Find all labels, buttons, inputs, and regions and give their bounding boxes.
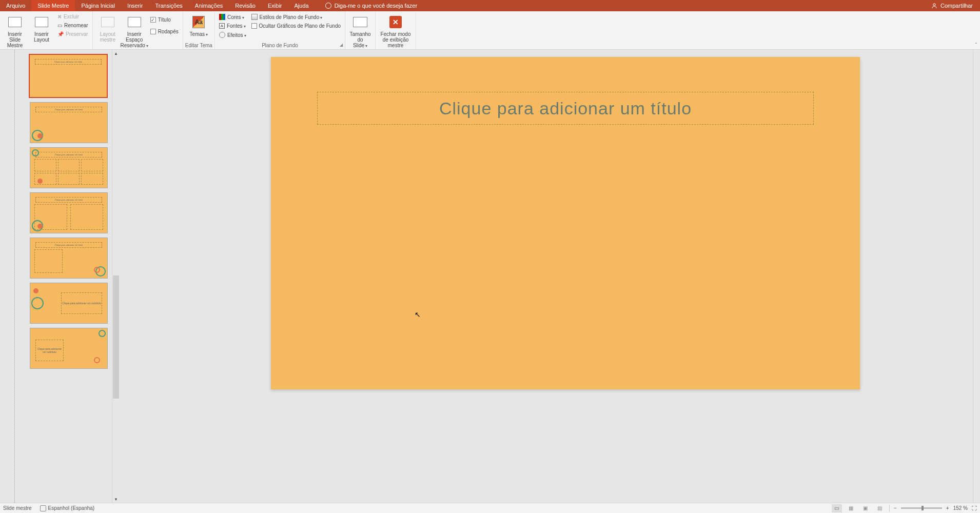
slide-master-canvas[interactable]: Clique para adicionar um título <box>271 57 860 389</box>
collapse-ribbon-button[interactable]: ˆ <box>975 43 977 48</box>
preservar-button: 📌 Preservar <box>55 30 90 38</box>
layout-mestre-label: Layout mestre <box>97 31 119 43</box>
slide-master-icon <box>8 17 22 27</box>
main-area: Clique para adicionar um título Clique p… <box>0 50 980 503</box>
tab-transicoes[interactable]: Transições <box>149 0 188 11</box>
tell-me-search[interactable]: Diga-me o que você deseja fazer <box>325 3 417 9</box>
temas-button[interactable]: Aa Temas <box>186 13 211 38</box>
thumbnail-hierarchy-line <box>4 50 25 503</box>
plano-fundo-dialog-launcher[interactable]: ◢ <box>340 43 343 47</box>
preserve-icon: 📌 <box>57 31 64 37</box>
layout-thumbnail-5[interactable]: Clique para adicionar um subtítulo <box>30 283 108 324</box>
placeholder-icon <box>128 17 141 27</box>
scroll-up-button[interactable]: ▲ <box>112 50 120 57</box>
sorter-view-button[interactable]: ▦ <box>846 504 856 512</box>
layout-icon <box>35 17 48 27</box>
tab-slide-mestre[interactable]: Slide Mestre <box>31 0 75 11</box>
estilos-label: Estilos de Plano de Fundo <box>260 14 323 20</box>
themes-icon: Aa <box>192 16 205 28</box>
person-icon <box>931 3 937 9</box>
zoom-out-button[interactable]: − <box>894 505 897 511</box>
tab-inserir[interactable]: Inserir <box>121 0 149 11</box>
sorter-view-icon: ▦ <box>849 505 853 511</box>
share-label: Compartilhar <box>940 3 973 9</box>
scrollbar-thumb[interactable] <box>113 275 119 399</box>
layout-thumbnail-3[interactable]: Clique para adicionar um título <box>30 192 108 233</box>
thumb-title-placeholder: Clique para adicionar um título <box>35 107 102 112</box>
slide-size-icon <box>353 17 367 27</box>
thumb-title-placeholder: Clique para adicionar um título <box>35 152 102 157</box>
ocultar-graficos-checkbox[interactable]: Ocultar Gráficos de Plano de Fundo <box>249 22 343 30</box>
tab-arquivo[interactable]: Arquivo <box>0 0 31 11</box>
ocultar-label: Ocultar Gráficos de Plano de Fundo <box>259 23 341 29</box>
normal-view-icon: ▭ <box>834 505 839 511</box>
zoom-slider[interactable] <box>901 507 942 509</box>
zoom-level-label[interactable]: 152 % <box>953 505 968 511</box>
inserir-espaco-label: Inserir Espaço Reservado <box>121 31 148 48</box>
master-layout-icon <box>101 17 114 27</box>
fechar-modo-mestre-button[interactable]: ✕ Fechar modo de exibição mestre <box>378 13 414 49</box>
scroll-down-button[interactable]: ▼ <box>112 496 120 503</box>
tab-animacoes[interactable]: Animações <box>189 0 229 11</box>
titulo-checkbox[interactable]: Título <box>148 16 181 24</box>
fontes-button[interactable]: A Fontes <box>217 22 248 30</box>
inserir-slide-mestre-button[interactable]: Inserir Slide Mestre <box>2 13 28 49</box>
slideshow-icon: ▤ <box>877 505 882 511</box>
slide-canvas-area[interactable]: Clique para adicionar um título ↖ <box>119 50 980 503</box>
slideshow-view-button[interactable]: ▤ <box>875 504 885 512</box>
title-placeholder-text: Clique para adicionar um título <box>439 98 692 119</box>
thumb-title-placeholder: Clique para adicionar um título <box>35 59 102 65</box>
cores-button[interactable]: Cores <box>217 13 248 21</box>
lightbulb-icon <box>325 3 331 9</box>
rodapes-checkbox[interactable]: Rodapés <box>148 28 181 35</box>
efeitos-button[interactable]: Efeitos <box>217 31 248 39</box>
share-button[interactable]: Compartilhar <box>924 3 980 9</box>
layout-thumbnail-1[interactable]: Clique para adicionar um título <box>30 102 108 143</box>
checkbox-unchecked-icon <box>251 23 257 29</box>
status-language-label[interactable]: Espanhol (Espanha) <box>48 505 95 511</box>
layout-thumbnail-6[interactable]: Clique para adicionar um subtítulo <box>30 328 108 369</box>
zoom-in-button[interactable]: + <box>946 505 949 511</box>
inserir-espaco-button[interactable]: Inserir Espaço Reservado <box>122 13 147 49</box>
language-icon <box>40 505 46 511</box>
svg-point-0 <box>933 4 935 6</box>
delete-icon: ✖ <box>57 14 62 19</box>
renomear-label: Renomear <box>64 23 88 28</box>
layout-thumbnail-4[interactable]: Clique para adicionar um título <box>30 238 108 279</box>
slide-master-thumbnail[interactable]: Clique para adicionar um título <box>29 54 108 98</box>
fit-to-window-button[interactable]: ⛶ <box>972 505 977 511</box>
renomear-button[interactable]: ▭ Renomear <box>55 22 90 29</box>
group-label-editar-tema: Editar Tema <box>185 43 212 49</box>
tamanho-slide-button[interactable]: Tamanho do Slide <box>347 13 373 49</box>
tab-ajuda[interactable]: Ajuda <box>288 0 315 11</box>
inserir-layout-label: Inserir Layout <box>31 31 52 43</box>
group-tamanho: Tamanho do Slide Tamanho <box>345 11 376 49</box>
estilos-plano-fundo-button[interactable]: Estilos de Plano de Fundo <box>249 13 343 21</box>
effects-icon <box>219 32 225 38</box>
inserir-slide-mestre-label: Inserir Slide Mestre <box>4 31 26 48</box>
normal-view-button[interactable]: ▭ <box>832 504 842 512</box>
rename-icon: ▭ <box>57 23 62 28</box>
group-layout-mestre: Layout mestre Inserir Espaço Reservado T… <box>93 11 183 49</box>
tab-revisao[interactable]: Revisão <box>229 0 262 11</box>
checkbox-unchecked-icon <box>150 29 156 34</box>
thumbnail-scrollbar[interactable]: ▲ ▼ <box>112 50 119 503</box>
thumb-title-placeholder: Clique para adicionar um título <box>35 242 102 248</box>
title-placeholder-box[interactable]: Clique para adicionar um título <box>317 92 814 125</box>
excluir-button: ✖ Excluir <box>55 13 90 21</box>
tab-pagina-inicial[interactable]: Página Inicial <box>75 0 121 11</box>
background-styles-icon <box>251 14 258 20</box>
status-mode-label: Slide mestre <box>3 505 32 511</box>
tamanho-slide-label: Tamanho do Slide <box>349 31 371 48</box>
close-master-icon: ✕ <box>389 16 402 28</box>
group-label-plano-fundo: Plano de Fundo <box>262 43 298 49</box>
inserir-layout-button[interactable]: Inserir Layout <box>29 13 54 44</box>
efeitos-label: Efeitos <box>227 32 246 38</box>
thumb-subtitle-placeholder: Clique para adicionar um subtítulo <box>61 292 102 314</box>
canvas-vertical-scrollbar[interactable] <box>973 50 980 503</box>
temas-label: Temas <box>190 31 208 37</box>
layout-thumbnail-2[interactable]: Clique para adicionar um título <box>30 147 108 188</box>
reading-view-button[interactable]: ▣ <box>860 504 871 512</box>
checkbox-checked-icon <box>150 17 156 23</box>
tab-exibir[interactable]: Exibir <box>262 0 288 11</box>
